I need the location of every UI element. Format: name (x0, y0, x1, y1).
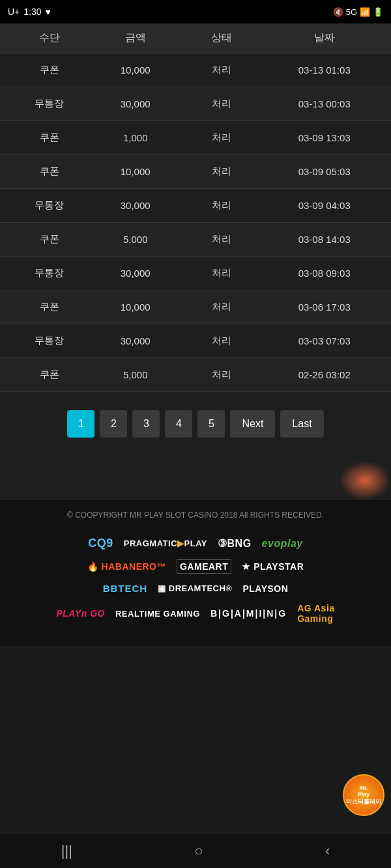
cell-method: 쿠폰 (7, 132, 93, 144)
table-body: 쿠폰 10,000 처리 03-13 01:03 무통장 30,000 처리 0… (0, 53, 391, 392)
bottom-navigation: ||| ○ ‹ (0, 834, 391, 868)
mascot-image (339, 461, 391, 500)
pagination: 1 2 3 4 5 Next Last (0, 392, 391, 461)
table-row: 무통장 30,000 처리 03-13 00:03 (0, 87, 391, 121)
brand-habanero: 🔥 HABANERO™ (87, 561, 166, 572)
cell-amount: 30,000 (93, 98, 179, 110)
page-3-button[interactable]: 3 (132, 410, 160, 438)
table-row: 쿠폰 5,000 처리 02-26 03:02 (0, 358, 391, 392)
heart-icon: ♥ (46, 7, 51, 17)
brand-bbtech: BBTECH (103, 583, 148, 594)
nav-home-icon[interactable]: ○ (194, 843, 203, 860)
cell-status: 처리 (179, 233, 265, 245)
cell-amount: 30,000 (93, 267, 179, 279)
page-5-button[interactable]: 5 (197, 410, 225, 438)
cell-date: 03-13 00:03 (264, 98, 384, 110)
nav-back-icon[interactable]: ‹ (325, 843, 330, 860)
mascot-area (0, 461, 391, 500)
cell-method: 쿠폰 (7, 301, 93, 313)
copyright-text: © COOPYRIGHT MR PLAY SLOT CASINO 2018 Al… (0, 500, 391, 530)
cell-amount: 5,000 (93, 233, 179, 245)
time-label: 1:30 (23, 7, 41, 17)
brand-realtime-gaming: REALTIME GAMING (115, 609, 200, 619)
cell-amount: 5,000 (93, 369, 179, 381)
cell-method: 무통장 (7, 335, 93, 347)
cell-status: 처리 (179, 301, 265, 313)
table-row: 쿠폰 10,000 처리 03-13 01:03 (0, 53, 391, 87)
next-button[interactable]: Next (230, 410, 275, 438)
last-button[interactable]: Last (280, 410, 323, 438)
cell-amount: 30,000 (93, 335, 179, 347)
brand-playson: PLAYSON (242, 583, 288, 594)
col-header-method: 수단 (7, 31, 93, 45)
page-1-button[interactable]: 1 (67, 410, 94, 438)
table-row: 무통장 30,000 처리 03-03 07:03 (0, 324, 391, 358)
cell-method: 무통장 (7, 199, 93, 212)
brand-bgaming: B|G|A|M|I|N|G (210, 608, 287, 619)
col-header-date: 날짜 (264, 31, 384, 45)
battery-icon: 🔋 (373, 7, 383, 17)
signal-label: 5G (346, 7, 357, 17)
cell-amount: 30,000 (93, 199, 179, 212)
table-row: 무통장 30,000 처리 03-09 04:03 (0, 189, 391, 223)
cell-amount: 10,000 (93, 64, 179, 76)
cell-status: 처리 (179, 165, 265, 178)
cell-status: 처리 (179, 64, 265, 76)
cell-date: 03-09 13:03 (264, 132, 384, 144)
col-header-status: 상태 (179, 31, 265, 45)
cell-date: 03-08 09:03 (264, 267, 384, 279)
cell-date: 03-06 17:03 (264, 301, 384, 313)
volume-icon: 🔇 (333, 7, 343, 17)
table-row: 쿠폰 10,000 처리 03-06 17:03 (0, 290, 391, 324)
cell-date: 03-13 01:03 (264, 64, 384, 76)
cell-date: 02-26 03:02 (264, 369, 384, 381)
cell-amount: 10,000 (93, 165, 179, 178)
status-right: 🔇 5G 📶 🔋 (333, 7, 383, 17)
cell-method: 무통장 (7, 98, 93, 110)
cell-method: 쿠폰 (7, 165, 93, 178)
cell-amount: 1,000 (93, 132, 179, 144)
table-row: 쿠폰 1,000 처리 03-09 13:03 (0, 121, 391, 155)
mr-play-label: Mr.Play미스터플레이 (346, 785, 381, 806)
brand-dreamtech: ▦ DREAMTECH® (158, 583, 232, 593)
cell-status: 처리 (179, 267, 265, 279)
brand-cq9: CQ9 (88, 537, 113, 550)
table-row: 쿠폰 5,000 처리 03-08 14:03 (0, 223, 391, 257)
cell-method: 쿠폰 (7, 64, 93, 76)
cell-date: 03-08 14:03 (264, 233, 384, 245)
cell-status: 처리 (179, 132, 265, 144)
brands-row-2: 🔥 HABANERO™ GAMEART ★ PLAYSTAR (10, 559, 381, 574)
brand-playn-go: PLAYn GO (56, 608, 105, 619)
carrier-label: U+ (8, 7, 20, 17)
brand-gameart: GAMEART (177, 559, 231, 574)
page-4-button[interactable]: 4 (165, 410, 192, 438)
col-header-amount: 금액 (93, 31, 179, 45)
page-2-button[interactable]: 2 (100, 410, 127, 438)
table-row: 쿠폰 10,000 처리 03-09 05:03 (0, 155, 391, 189)
cell-amount: 10,000 (93, 301, 179, 313)
cell-date: 03-03 07:03 (264, 335, 384, 347)
cell-status: 처리 (179, 369, 265, 381)
cell-method: 쿠폰 (7, 233, 93, 245)
brand-evoplay: evoplay (262, 538, 303, 550)
mr-play-badge[interactable]: Mr.Play미스터플레이 (343, 774, 384, 816)
cell-status: 처리 (179, 98, 265, 110)
cell-date: 03-09 05:03 (264, 165, 384, 178)
cell-status: 처리 (179, 199, 265, 212)
cell-method: 쿠폰 (7, 369, 93, 381)
brand-pragmatic: PRAGMATIC▶PLAY (124, 539, 207, 548)
table-header: 수단 금액 상태 날짜 (0, 23, 391, 53)
cell-status: 처리 (179, 335, 265, 347)
brand-playstar: ★ PLAYSTAR (242, 561, 304, 572)
cell-method: 무통장 (7, 267, 93, 279)
signal-bars-icon: 📶 (360, 7, 370, 17)
brand-ag-asia-gaming: AG AsiaGaming (297, 603, 334, 624)
brand-bng: ③BNG (218, 537, 252, 550)
cell-date: 03-09 04:03 (264, 199, 384, 212)
brands-row-1: CQ9 PRAGMATIC▶PLAY ③BNG evoplay (10, 537, 381, 550)
brands-row-4: PLAYn GO REALTIME GAMING B|G|A|M|I|N|G A… (10, 603, 381, 624)
nav-menu-icon[interactable]: ||| (61, 843, 72, 860)
table-row: 무통장 30,000 처리 03-08 09:03 (0, 257, 391, 290)
brands-section: CQ9 PRAGMATIC▶PLAY ③BNG evoplay 🔥 HABANE… (0, 530, 391, 646)
status-left: U+ 1:30 ♥ (8, 7, 51, 17)
